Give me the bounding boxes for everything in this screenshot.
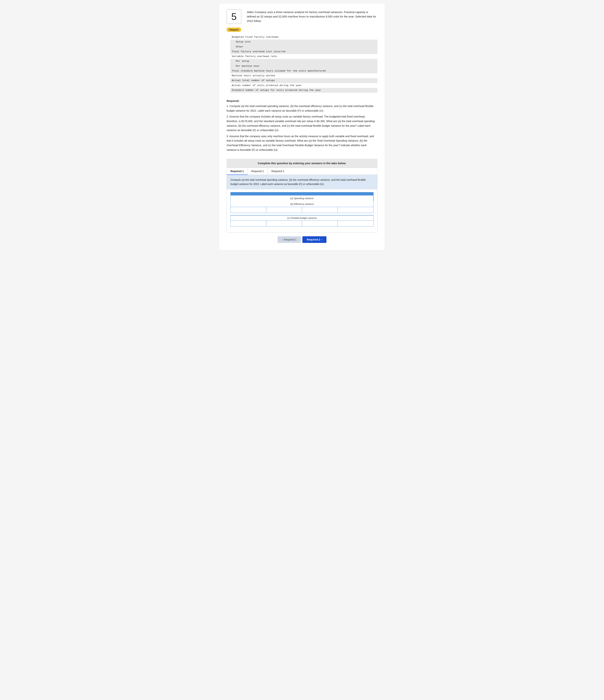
data-row: Setup cost: [230, 40, 378, 44]
grid-input-row-c: [231, 221, 373, 226]
data-row: Actual total number of setups: [230, 78, 378, 83]
grid-col-header-4: [338, 192, 373, 195]
grid-col-header-3: [302, 192, 338, 195]
complete-instruction: Complete this question by entering your …: [226, 159, 378, 168]
input-a1[interactable]: [232, 208, 265, 212]
grid-input-c4[interactable]: [338, 221, 373, 226]
input-c3[interactable]: [303, 221, 336, 226]
prev-button[interactable]: ‹ Required 1: [277, 236, 301, 243]
data-row: Per setup: [230, 59, 378, 64]
tabs-container: Required 1 Required 2 Required 3 Compute…: [226, 168, 378, 232]
grid-col-header-1: [231, 192, 266, 195]
required-items: 1. Compute (a) the total overhead spendi…: [226, 104, 378, 152]
grid-label-a: (a) Spending variance: [231, 196, 373, 201]
data-row: Per machine hour: [230, 64, 378, 69]
question-header: 5 Alden Company uses a three-variance an…: [226, 9, 378, 24]
question-intro: Alden Company uses a three-variance anal…: [247, 9, 378, 23]
grid-input-c3[interactable]: [302, 221, 338, 226]
grid-section-ab: (a) Spending variance (b) Efficiency var…: [231, 192, 373, 213]
grid-input-row-ab: [231, 207, 373, 213]
grid-header-row-ab: [231, 192, 373, 195]
grid-input-a1[interactable]: [231, 207, 266, 213]
data-row: Total factory overhead cost incurred: [230, 49, 378, 54]
answer-grid: (a) Spending variance (b) Efficiency var…: [227, 189, 377, 232]
grid-label-b: (b) Efficiency variance: [231, 201, 373, 207]
next-button[interactable]: Required 2 ›: [303, 236, 327, 243]
tabs-row: Required 1 Required 2 Required 3: [227, 168, 377, 175]
data-row: Standard number of setups for units prod…: [230, 88, 378, 93]
grid-input-a2[interactable]: [266, 207, 302, 213]
input-b1[interactable]: [303, 208, 336, 212]
input-c4[interactable]: [339, 221, 372, 226]
tab-required-1[interactable]: Required 1: [227, 168, 247, 175]
question-number: 5: [226, 9, 241, 24]
grid-col-header-2: [266, 192, 302, 195]
next-icon: ›: [321, 238, 322, 241]
bottom-nav: ‹ Required 1 Required 2 ›: [226, 236, 378, 243]
grid-section-c: (c) Flexible-budget variance: [231, 215, 373, 227]
tab-required-3[interactable]: Required 3: [268, 168, 288, 175]
required-section: Required: 1. Compute (a) the total overh…: [226, 99, 378, 152]
required-item-1: 1. Compute (a) the total overhead spendi…: [226, 104, 378, 113]
grid-input-b1[interactable]: [302, 207, 338, 213]
data-row: Total standard machine hours allowed for…: [230, 69, 378, 73]
input-b2[interactable]: [339, 208, 372, 212]
input-a2[interactable]: [267, 208, 301, 212]
next-label: Required 2: [307, 238, 320, 241]
tab-required-2[interactable]: Required 2: [247, 168, 268, 175]
grid-input-c2[interactable]: [266, 221, 302, 226]
input-c2[interactable]: [267, 221, 301, 226]
grid-input-c1[interactable]: [231, 221, 266, 226]
data-row: Actual number of units produced during t…: [230, 83, 378, 88]
data-table: Budgeted fixed factory overhead: Setup c…: [230, 35, 378, 93]
skipped-badge: Skipped: [226, 28, 241, 32]
prev-label: Required 1: [284, 238, 297, 241]
data-row: Budgeted fixed factory overhead:: [230, 35, 378, 40]
data-row: Machine hours actually worked: [230, 73, 378, 78]
grid-label-row-ab: (a) Spending variance (b) Efficiency var…: [231, 195, 373, 207]
grid-label-c: (c) Flexible-budget variance: [231, 215, 373, 221]
tab-content-description: Compute (a) the total overhead spending …: [227, 175, 377, 189]
page-container: 5 Alden Company uses a three-variance an…: [219, 4, 385, 250]
required-item-2: 2. Assume that the company includes all …: [226, 115, 378, 132]
input-c1[interactable]: [232, 221, 265, 226]
data-row: Other: [230, 45, 378, 49]
prev-icon: ‹: [282, 238, 283, 241]
required-label: Required:: [226, 99, 378, 102]
grid-input-b2[interactable]: [338, 207, 373, 213]
required-item-3: 3. Assume that the company uses only mac…: [226, 134, 378, 152]
data-row: Variable factory overhead rate:: [230, 54, 378, 59]
